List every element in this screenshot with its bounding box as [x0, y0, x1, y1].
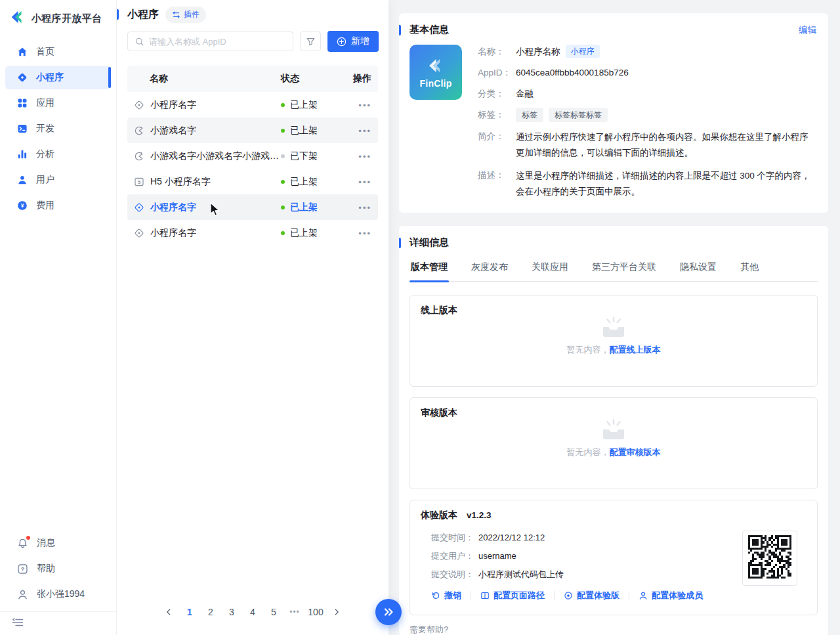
empty-text: 暂无内容，: [567, 447, 610, 457]
sidebar-item-dev[interactable]: 开发: [5, 117, 111, 141]
online-version-title: 线上版本: [421, 305, 807, 317]
row-name: 小程序名字: [150, 202, 196, 213]
basic-info-header: 基本信息 编辑: [399, 13, 828, 36]
pagination-prev-button[interactable]: [159, 603, 178, 621]
table-row[interactable]: 5H5 小程序名字 已上架 •••: [127, 169, 378, 194]
pagination-next-button[interactable]: [327, 603, 346, 621]
tab-other[interactable]: 其他: [739, 255, 760, 281]
configure-page-path-button[interactable]: 配置页面路径: [480, 590, 545, 602]
sidebar-item-label: 费用: [36, 200, 54, 211]
sidebar-item-messages[interactable]: 消息: [5, 531, 111, 555]
table-row[interactable]: 小游戏名字 已上架 •••: [127, 118, 378, 143]
target-icon: [564, 591, 573, 600]
configure-online-version-link[interactable]: 配置线上版本: [610, 345, 661, 355]
collapse-list-panel-button[interactable]: [375, 599, 402, 625]
chevron-right-icon: [333, 608, 341, 616]
row-more-button[interactable]: •••: [358, 177, 371, 187]
sidebar-item-miniprogram[interactable]: 小程序: [5, 66, 111, 89]
tab-third-party-platform[interactable]: 第三方平台关联: [591, 255, 658, 281]
divider: [554, 591, 555, 600]
sidebar-item-account[interactable]: 张小强1994: [5, 582, 111, 606]
edit-link[interactable]: 编辑: [799, 24, 816, 36]
row-more-button[interactable]: •••: [358, 100, 371, 110]
unread-badge: [26, 536, 30, 540]
apps-icon: [16, 98, 28, 108]
pagination-page-5[interactable]: 5: [264, 603, 283, 621]
sidebar-item-users[interactable]: 用户: [5, 168, 111, 192]
configure-trial-members-button[interactable]: 配置体验成员: [639, 590, 703, 602]
tab-version-management[interactable]: 版本管理: [410, 255, 449, 281]
plugin-badge-label: 插件: [184, 9, 200, 20]
row-name: 小程序名字: [150, 99, 196, 111]
configure-trial-version-button[interactable]: 配置体验版: [564, 590, 620, 602]
svg-text:5: 5: [138, 179, 140, 185]
pagination: 1 2 3 4 5 ••• 100: [117, 589, 388, 635]
search-box[interactable]: [127, 32, 293, 51]
sidebar-item-analytics[interactable]: 分析: [5, 142, 111, 166]
row-more-button[interactable]: •••: [358, 152, 371, 162]
pagination-page-2[interactable]: 2: [201, 603, 220, 621]
row-more-button[interactable]: •••: [358, 203, 371, 213]
sidebar-item-label: 帮助: [37, 563, 55, 575]
review-version-card: 审核版本 暂无内容，配置审核版本: [410, 397, 818, 489]
field-desc: 描述： 这里是小程序的详细描述，详细描述的内容上限是不超过 300 个字的内容，…: [478, 168, 816, 200]
empty-inbox-icon: [599, 419, 628, 441]
table-row-selected[interactable]: 小程序名字 已上架 •••: [127, 194, 378, 220]
title-marker: [399, 25, 401, 35]
pagination-page-4[interactable]: 4: [243, 603, 262, 621]
add-button[interactable]: 新增: [327, 31, 379, 52]
detail-tabs: 版本管理 灰度发布 关联应用 第三方平台关联 隐私设置 其他: [410, 255, 818, 282]
field-name: 名称： 小程序名称小程序: [478, 45, 816, 58]
table-header: 名称 状态 操作: [127, 66, 378, 92]
revoke-button[interactable]: 撤销: [431, 590, 461, 602]
sidebar-collapse-button[interactable]: [0, 611, 116, 635]
chevron-left-icon: [165, 608, 173, 616]
bar-chart-icon: [16, 149, 28, 160]
pagination-page-1[interactable]: 1: [180, 603, 199, 621]
action-label: 配置体验成员: [652, 590, 703, 602]
tab-gray-release[interactable]: 灰度发布: [470, 255, 509, 281]
basic-info-card: 基本信息 编辑 FinClip 名称： 小程序名称小程序 AppID： 6045…: [399, 13, 828, 213]
pagination-page-last[interactable]: 100: [306, 603, 325, 621]
search-input[interactable]: [149, 37, 286, 47]
sidebar: 小程序开放平台 首页 小程序 应用 开发 分析: [0, 0, 117, 635]
bell-icon: [16, 538, 28, 549]
sidebar-item-label: 首页: [36, 46, 54, 58]
sidebar-item-apps[interactable]: 应用: [5, 91, 111, 115]
search-toolbar: 新增: [117, 29, 388, 52]
table-row[interactable]: 小程序名字 已上架 •••: [127, 92, 378, 118]
status-dot: [281, 180, 285, 184]
filter-button[interactable]: [300, 32, 321, 51]
basic-info-title: 基本信息: [410, 24, 449, 36]
page-path-icon: [480, 591, 490, 600]
row-more-button[interactable]: •••: [358, 229, 371, 238]
review-version-title: 审核版本: [421, 407, 807, 419]
pagination-ellipsis[interactable]: •••: [285, 603, 304, 621]
sidebar-item-home[interactable]: 首页: [5, 40, 111, 64]
platform-logo-text: 小程序开放平台: [32, 12, 102, 25]
action-label: 配置体验版: [577, 590, 620, 602]
trial-version-qr[interactable]: [742, 531, 797, 586]
status-label: 已下架: [290, 150, 318, 162]
tab-linked-apps[interactable]: 关联应用: [530, 255, 570, 281]
field-label: AppID：: [478, 66, 516, 79]
plugin-toggle-badge[interactable]: 插件: [165, 7, 206, 23]
table-row[interactable]: 小游戏名字小游戏名字小游戏名字 已下架 •••: [127, 143, 378, 169]
field-value: 金融: [516, 87, 534, 100]
tag-badge: 标签: [516, 108, 543, 122]
field-label: 名称：: [478, 45, 516, 58]
divider: [629, 591, 629, 600]
review-version-empty-state: 暂无内容，配置审核版本: [421, 419, 807, 458]
miniprogram-list-panel: 小程序 插件 新增 名称 状态 操作: [117, 0, 388, 635]
action-label: 配置页面路径: [494, 590, 545, 602]
row-name: H5 小程序名字: [150, 176, 211, 188]
platform-logo[interactable]: 小程序开放平台: [0, 0, 116, 36]
sidebar-item-help[interactable]: ? 帮助: [5, 557, 111, 580]
row-more-button[interactable]: •••: [358, 126, 371, 136]
app-root: 小程序开放平台 首页 小程序 应用 开发 分析: [0, 0, 840, 635]
tab-privacy-settings[interactable]: 隐私设置: [679, 255, 718, 281]
configure-review-version-link[interactable]: 配置审核版本: [610, 447, 661, 457]
sidebar-item-billing[interactable]: ¥ 费用: [5, 194, 111, 217]
pagination-page-3[interactable]: 3: [222, 603, 241, 621]
table-row[interactable]: 小程序名字 已上架 •••: [127, 220, 378, 246]
